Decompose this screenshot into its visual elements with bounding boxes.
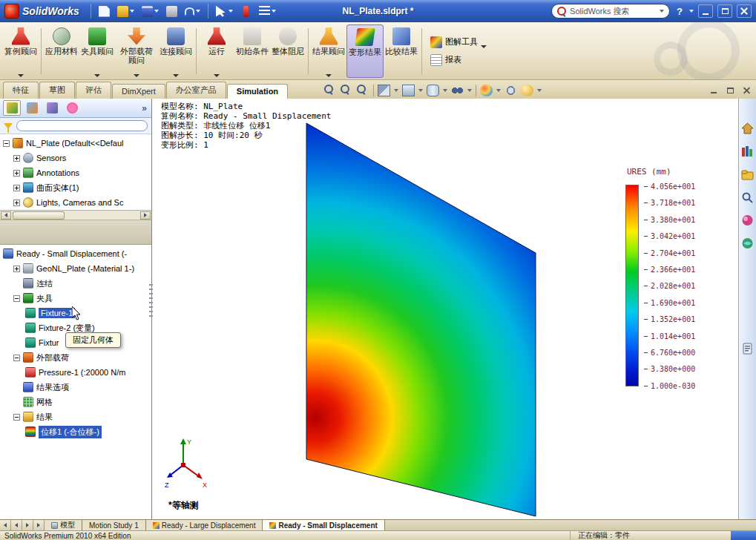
tab-ready-small-displacement[interactable]: Ready - Small Displacement (263, 520, 384, 530)
zoom-area-icon[interactable] (341, 85, 350, 94)
expand-icon[interactable] (13, 155, 20, 162)
search-box[interactable]: SolidWorks 搜索 (551, 4, 670, 19)
tree-item-fixtures[interactable]: 夹具 (0, 291, 151, 306)
collapse-icon[interactable] (3, 140, 10, 147)
expand-icon[interactable] (13, 266, 20, 272)
home-icon[interactable] (741, 122, 754, 134)
tree-filter-input[interactable] (16, 120, 148, 131)
dropdown-arrow-icon[interactable] (418, 89, 423, 92)
tree-item-result-options[interactable]: 结果选项 (0, 380, 151, 395)
open-button[interactable] (115, 2, 137, 20)
ribbon-button-deformed-result[interactable]: 变形结果 (346, 24, 384, 78)
new-document-button[interactable] (96, 2, 112, 20)
hide-show-items-icon[interactable] (451, 85, 464, 96)
tree-item-study-root[interactable]: Ready - Small Displacement (- (0, 246, 151, 261)
tree-item-results[interactable]: 结果 (0, 409, 151, 424)
tab-office-products[interactable]: 办公室产品 (166, 82, 226, 99)
ribbon-button-study-advisor[interactable]: 算例顾问 (3, 24, 39, 78)
options-button[interactable] (257, 2, 278, 20)
expand-icon[interactable] (13, 200, 20, 206)
select-button[interactable] (214, 2, 235, 20)
appearances-icon[interactable] (741, 214, 754, 226)
tab-dimxpert[interactable]: DimXpert (112, 84, 165, 99)
ribbon-button-external-loads-advisor[interactable]: 外部载荷顾问 (115, 24, 158, 78)
restore-button[interactable] (717, 4, 732, 18)
close-button[interactable] (737, 4, 752, 18)
scenes-icon[interactable] (741, 237, 754, 249)
display-style-icon[interactable] (427, 85, 439, 96)
tab-featuremanager-tree[interactable] (3, 100, 21, 116)
ribbon-button-compare-results[interactable]: 比较结果 (384, 24, 419, 78)
ribbon-button-report[interactable]: 报表 (427, 53, 490, 68)
tab-motion-study-1[interactable]: Motion Study 1 (82, 520, 146, 530)
panel-splitter-handle[interactable] (149, 284, 153, 318)
scroll-thumb[interactable] (13, 211, 65, 220)
collapse-icon[interactable] (13, 295, 20, 302)
help-dropdown-icon[interactable] (689, 10, 694, 13)
section-view-icon[interactable] (378, 85, 390, 96)
tree-item-surface-bodies[interactable]: 曲面实体(1) (0, 180, 151, 195)
tab-scroll-right-button[interactable] (22, 520, 33, 530)
search-input[interactable]: SolidWorks 搜索 (570, 6, 657, 17)
view-orientation-icon[interactable] (402, 85, 415, 96)
scroll-left-button[interactable] (1, 211, 11, 220)
collapse-icon[interactable] (13, 414, 20, 421)
ribbon-button-fixtures-advisor[interactable]: 夹具顾问 (79, 24, 115, 78)
file-explorer-icon[interactable] (741, 168, 754, 180)
dropdown-arrow-icon[interactable] (537, 89, 542, 92)
tree-item-part-root[interactable]: NL_Plate (Default<<Defaul (0, 136, 151, 151)
search-icon[interactable] (741, 191, 754, 203)
dropdown-arrow-icon[interactable] (443, 89, 447, 92)
tab-evaluate[interactable]: 评估 (76, 82, 111, 99)
expand-icon[interactable] (13, 185, 20, 191)
print-button[interactable] (164, 2, 180, 20)
pane-close-button[interactable] (740, 85, 753, 96)
save-button[interactable] (139, 2, 161, 20)
apply-scene-icon[interactable] (521, 85, 533, 96)
expand-icon[interactable] (13, 170, 20, 177)
tree-item-study-part[interactable]: GeoNL_Plate (-Material 1-) (0, 261, 151, 276)
undo-button[interactable] (183, 2, 203, 20)
search-dropdown-icon[interactable] (660, 10, 664, 13)
tab-features[interactable]: 特征 (3, 82, 39, 99)
feature-tree-h-scrollbar[interactable] (0, 210, 151, 220)
graphics-viewport[interactable]: 模型名称: NL_Plate 算例名称: Ready - Small Displ… (152, 99, 738, 519)
tab-scroll-left-button[interactable] (11, 520, 22, 530)
scroll-right-button[interactable] (140, 211, 151, 220)
dropdown-arrow-icon[interactable] (394, 89, 398, 92)
tab-propertymanager[interactable] (23, 100, 41, 116)
tree-item-external-loads[interactable]: 外部载荷 (0, 350, 151, 365)
pane-minimize-button[interactable] (707, 85, 720, 96)
dropdown-arrow-icon[interactable] (496, 89, 501, 92)
ribbon-button-results-advisor[interactable]: 结果顾问 (311, 24, 346, 78)
measure-button[interactable] (238, 2, 254, 20)
previous-view-icon[interactable] (357, 85, 367, 94)
panel-tabs-overflow[interactable]: » (142, 103, 148, 113)
tree-item-displacement-plot[interactable]: 位移1 (-合位移-) (0, 424, 151, 439)
minimize-button[interactable] (698, 4, 713, 18)
view-settings-icon[interactable] (504, 85, 517, 96)
tree-item-pressure-1[interactable]: Pressure-1 (:20000 N/m (0, 365, 151, 380)
collapse-icon[interactable] (13, 355, 20, 361)
tree-item-annotations[interactable]: Annotations (0, 165, 151, 180)
panel-splitter[interactable] (0, 220, 151, 245)
edit-appearance-icon[interactable] (480, 85, 493, 96)
tree-item-lights-cameras[interactable]: Lights, Cameras and Sc (0, 195, 151, 210)
design-library-icon[interactable] (741, 145, 754, 157)
tab-configurationmanager[interactable] (43, 100, 61, 116)
ribbon-button-initial-conditions[interactable]: 初始条件 (234, 24, 270, 78)
tab-model[interactable]: 模型 (45, 520, 82, 530)
tab-ready-large-displacement[interactable]: Ready - Large Displacement (146, 520, 263, 530)
ribbon-button-run[interactable]: 运行 (199, 24, 234, 78)
pane-restore-button[interactable] (723, 85, 737, 96)
ribbon-button-global-damping[interactable]: 整体阻尼 (270, 24, 306, 78)
tab-simulation[interactable]: Simulation (227, 84, 288, 99)
ribbon-button-connections-advisor[interactable]: 连接顾问 (158, 24, 194, 78)
tab-sketch[interactable]: 草图 (39, 82, 75, 99)
tree-item-mesh[interactable]: 网格 (0, 395, 151, 409)
custom-properties-icon[interactable] (741, 343, 754, 355)
tree-item-sensors[interactable]: Sensors (0, 151, 151, 165)
tree-item-connections[interactable]: 连结 (0, 276, 151, 291)
tab-scroll-last-button[interactable] (33, 520, 45, 530)
zoom-fit-icon[interactable] (324, 85, 334, 94)
